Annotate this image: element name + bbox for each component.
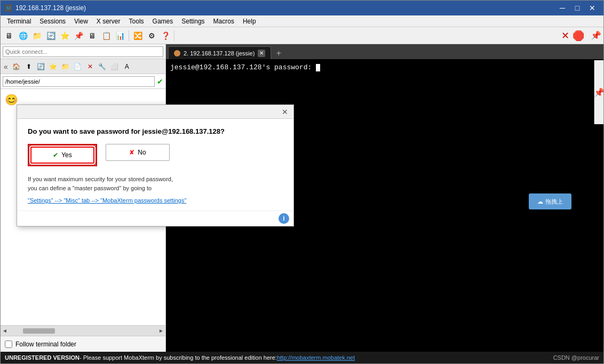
scroll-right-arrow[interactable]: ► bbox=[157, 327, 165, 335]
quick-connect-input[interactable] bbox=[3, 46, 163, 57]
dialog-footer: i bbox=[17, 211, 293, 226]
dialog-info-line1: If you want maximum security for your st… bbox=[28, 176, 173, 182]
sidebar-new-btn[interactable]: 📄 bbox=[72, 61, 84, 72]
password-save-dialog: ✕ Do you want to save password for jessi… bbox=[17, 104, 294, 227]
tab-close-button[interactable]: ✕ bbox=[258, 50, 265, 57]
toolbar-separator-1 bbox=[129, 30, 129, 41]
sidebar-home-btn[interactable]: 🏠 bbox=[11, 61, 22, 72]
dialog-close-button[interactable]: ✕ bbox=[280, 107, 290, 117]
follow-folder-checkbox[interactable] bbox=[5, 341, 12, 348]
toolbar-btn-12[interactable]: ❓ bbox=[159, 29, 172, 42]
info-icon[interactable]: i bbox=[279, 213, 289, 224]
menu-bar: Terminal Sessions View X server Tools Ga… bbox=[1, 15, 603, 27]
pin-right-icon: 📌 bbox=[594, 87, 604, 98]
toolbar-btn-11[interactable]: ⚙ bbox=[145, 29, 158, 42]
quick-connect-bar bbox=[1, 44, 165, 59]
menu-xserver[interactable]: X server bbox=[92, 17, 125, 26]
dialog-info: If you want maximum security for your st… bbox=[28, 175, 283, 192]
title-bar: M 192.168.137.128 (jessie) ─ □ ✕ bbox=[1, 1, 603, 15]
menu-tools[interactable]: Tools bbox=[125, 17, 148, 26]
dialog-info-line2: you can define a "master password" by go… bbox=[28, 185, 152, 191]
toolbar-btn-1[interactable]: 🖥 bbox=[3, 29, 15, 42]
status-bar-right: CSDN @procurar bbox=[553, 354, 599, 361]
cloud-upload-button[interactable]: ☁ 拖拽上 bbox=[529, 193, 571, 209]
terminal-tab[interactable]: 2. 192.168.137.128 (jessie) ✕ bbox=[168, 46, 271, 59]
add-tab-button[interactable]: + bbox=[272, 47, 285, 59]
dialog-buttons: ✔ Yes ✘ No bbox=[28, 144, 283, 166]
sidebar-more-btn[interactable]: A bbox=[121, 61, 133, 72]
minimize-button[interactable]: ─ bbox=[555, 3, 569, 13]
menu-terminal[interactable]: Terminal bbox=[3, 17, 35, 26]
toolbar-btn-5[interactable]: ⭐ bbox=[58, 29, 71, 42]
scroll-thumb[interactable] bbox=[23, 328, 55, 334]
title-bar-left: M 192.168.137.128 (jessie) bbox=[5, 4, 86, 12]
sidebar-scrollbar[interactable]: ◄ ► bbox=[1, 325, 165, 336]
main-window: M 192.168.137.128 (jessie) ─ □ ✕ Termina… bbox=[0, 0, 604, 364]
sidebar-bottom: Follow terminal folder bbox=[1, 336, 165, 352]
follow-folder-text: Follow terminal folder bbox=[15, 341, 76, 348]
close-button[interactable]: ✕ bbox=[585, 3, 599, 13]
title-bar-controls: ─ □ ✕ bbox=[555, 3, 599, 13]
toolbar: 🖥 🌐 📁 🔄 ⭐ 📌 🖥 📋 📊 🔀 ⚙ ❓ ✕ 🛑 📌 bbox=[1, 27, 603, 44]
no-button[interactable]: ✘ No bbox=[106, 144, 170, 161]
status-message: - Please support MobaXterm by subscribin… bbox=[80, 354, 277, 361]
stop-icon[interactable]: 🛑 bbox=[573, 30, 584, 42]
app-icon: M bbox=[5, 4, 12, 12]
sidebar-up-btn[interactable]: ⬆ bbox=[23, 61, 35, 72]
sidebar-back-icon[interactable]: « bbox=[2, 62, 10, 71]
dialog-question: Do you want to save password for jessie@… bbox=[28, 127, 283, 135]
status-bar: UNREGISTERED VERSION - Please support Mo… bbox=[1, 352, 603, 363]
yes-label: Yes bbox=[61, 151, 72, 159]
dialog-content: Do you want to save password for jessie@… bbox=[17, 119, 293, 211]
dialog-settings-link[interactable]: "Settings" --> "Misc" tab --> "MobaXterm… bbox=[28, 197, 186, 204]
sidebar-bookmark-btn[interactable]: ⭐ bbox=[47, 61, 59, 72]
yes-button[interactable]: ✔ Yes bbox=[30, 147, 94, 164]
follow-folder-label[interactable]: Follow terminal folder bbox=[5, 341, 76, 348]
menu-macros[interactable]: Macros bbox=[209, 17, 239, 26]
yes-check-icon: ✔ bbox=[53, 151, 58, 159]
sidebar-folder-btn[interactable]: 📁 bbox=[60, 61, 71, 72]
sidebar-view-btn[interactable]: ⬜ bbox=[109, 61, 121, 72]
no-label: No bbox=[138, 149, 146, 156]
sidebar-refresh-btn[interactable]: 🔄 bbox=[35, 61, 47, 72]
toolbar-btn-4[interactable]: 🔄 bbox=[44, 29, 57, 42]
menu-games[interactable]: Games bbox=[148, 17, 178, 26]
yes-button-wrapper: ✔ Yes bbox=[28, 144, 97, 166]
menu-settings[interactable]: Settings bbox=[177, 17, 209, 26]
menu-view[interactable]: View bbox=[70, 17, 92, 26]
window-title: 192.168.137.128 (jessie) bbox=[15, 4, 86, 12]
pin-icon[interactable]: 📌 bbox=[591, 30, 601, 41]
close-session-icon[interactable]: ✕ bbox=[561, 30, 569, 42]
path-bar: ✔ bbox=[1, 74, 165, 89]
tab-bar: 2. 192.168.137.128 (jessie) ✕ + bbox=[166, 44, 603, 59]
status-bar-link[interactable]: http://mobaxterm.mobatek.net bbox=[277, 354, 355, 361]
dialog-title-bar: ✕ bbox=[17, 105, 293, 119]
sidebar-tools-btn[interactable]: 🔧 bbox=[97, 61, 108, 72]
terminal-cursor bbox=[316, 64, 320, 71]
scroll-track bbox=[18, 328, 148, 334]
sidebar-toolbar: « 🏠 ⬆ 🔄 ⭐ 📁 📄 ✕ 🔧 ⬜ A bbox=[1, 59, 165, 74]
cloud-icon-symbol: ☁ bbox=[537, 198, 543, 205]
right-panel-icon[interactable]: 📌 bbox=[594, 60, 603, 124]
toolbar-btn-8[interactable]: 📋 bbox=[100, 29, 113, 42]
terminal-prompt: jessie@192.168.137.128's password: bbox=[170, 63, 316, 71]
tab-label: 2. 192.168.137.128 (jessie) bbox=[184, 50, 255, 56]
no-x-icon: ✘ bbox=[129, 149, 134, 156]
menu-help[interactable]: Help bbox=[239, 17, 260, 26]
toolbar-btn-7[interactable]: 🖥 bbox=[86, 29, 99, 42]
path-ok-button[interactable]: ✔ bbox=[157, 77, 163, 86]
toolbar-btn-2[interactable]: 🌐 bbox=[17, 29, 29, 42]
toolbar-separator-2 bbox=[174, 30, 174, 41]
unregistered-label: UNREGISTERED VERSION bbox=[5, 354, 80, 361]
toolbar-btn-9[interactable]: 📊 bbox=[114, 29, 126, 42]
toolbar-btn-3[interactable]: 📁 bbox=[30, 29, 43, 42]
tab-icon bbox=[174, 50, 180, 56]
sidebar-delete-btn[interactable]: ✕ bbox=[84, 61, 96, 72]
menu-sessions[interactable]: Sessions bbox=[35, 17, 70, 26]
toolbar-btn-10[interactable]: 🔀 bbox=[131, 29, 144, 42]
path-input[interactable] bbox=[3, 76, 155, 87]
maximize-button[interactable]: □ bbox=[570, 3, 584, 13]
scroll-left-arrow[interactable]: ◄ bbox=[1, 327, 9, 335]
cloud-label: 拖拽上 bbox=[545, 198, 563, 206]
toolbar-btn-6[interactable]: 📌 bbox=[72, 29, 85, 42]
